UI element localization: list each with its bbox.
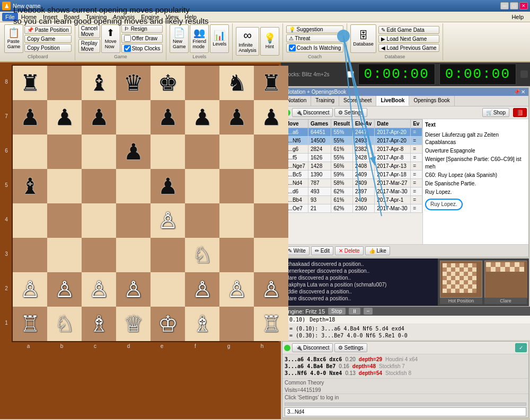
load-next-game-button[interactable]: ▶ Load Next Game xyxy=(378,35,439,43)
cell-1-6[interactable]: ♟ xyxy=(219,100,254,135)
cell-2-3[interactable]: ♟ xyxy=(116,135,151,169)
cell-1-3[interactable] xyxy=(116,100,151,135)
cell-7-3[interactable]: ♕ xyxy=(116,307,151,341)
menu-engine[interactable]: Engine xyxy=(138,13,162,21)
cell-0-5[interactable] xyxy=(185,66,219,100)
settings-button[interactable]: ⚙ Settings xyxy=(334,108,367,117)
cell-5-2[interactable] xyxy=(82,238,116,272)
cell-5-7[interactable] xyxy=(254,238,288,272)
cell-0-7[interactable]: ♜ xyxy=(254,66,288,100)
cell-3-2[interactable] xyxy=(82,169,116,203)
cell-7-1[interactable]: ♘ xyxy=(47,307,82,341)
edit-button[interactable]: ✏ Edit xyxy=(311,246,333,255)
menu-home[interactable]: Home xyxy=(18,13,40,21)
minimize-button[interactable]: ─ xyxy=(500,2,509,10)
cell-5-0[interactable] xyxy=(13,238,47,272)
cell-0-2[interactable]: ♝ xyxy=(82,66,116,100)
cell-3-6[interactable] xyxy=(219,169,254,203)
cell-3-0[interactable]: ♝ xyxy=(13,169,47,203)
load-prev-game-button[interactable]: ◀ Load Previous Game xyxy=(378,44,439,52)
tab-training[interactable]: Training xyxy=(311,96,339,106)
cell-0-6[interactable]: ♞ xyxy=(219,66,254,100)
lb-checkmark-button[interactable]: ✓ xyxy=(515,343,527,352)
cell-2-4[interactable] xyxy=(151,135,185,169)
cell-7-5[interactable]: ♗ xyxy=(185,307,219,341)
database-button[interactable]: 🗄 Database xyxy=(350,24,376,53)
cell-3-1[interactable] xyxy=(47,169,82,203)
menu-help-bar[interactable]: Help xyxy=(181,13,200,21)
cell-2-2[interactable] xyxy=(82,135,116,169)
cell-5-4[interactable] xyxy=(151,238,185,272)
disconnect-button[interactable]: 🔌 Disconnect xyxy=(292,108,333,117)
stop-clocks-button[interactable]: Stop Clocks xyxy=(121,44,163,53)
resign-button[interactable]: 🏳 Resign xyxy=(121,25,163,33)
cell-4-0[interactable] xyxy=(13,203,47,238)
openings-row[interactable]: 3...Oe72162%23602017-Mar-30= xyxy=(283,204,422,213)
threat-button[interactable]: ⚠ Threat xyxy=(286,34,344,42)
horizontal-scrollbar[interactable] xyxy=(285,403,526,406)
cell-4-7[interactable] xyxy=(254,203,288,238)
cell-3-7[interactable] xyxy=(254,169,288,203)
tab-livebook[interactable]: LiveBook xyxy=(376,96,409,106)
cell-6-5[interactable]: ♙ xyxy=(185,272,219,307)
engine-minus-button[interactable]: − xyxy=(364,308,373,315)
chess-board[interactable]: ♜♝♛♚♞♜♟♟♟♟♟♟♟♟♝♟♙♘♙♙♙♙♙♙♙♖♘♗♕♔♗♖ xyxy=(12,65,279,342)
cell-3-4[interactable]: ♟ xyxy=(151,169,185,203)
cell-5-1[interactable] xyxy=(47,238,82,272)
cell-3-3[interactable] xyxy=(116,169,151,203)
cell-0-1[interactable] xyxy=(47,66,82,100)
cell-6-1[interactable]: ♙ xyxy=(47,272,82,307)
cell-6-0[interactable]: ♙ xyxy=(13,272,47,307)
cell-1-1[interactable]: ♟ xyxy=(47,100,82,135)
engine-pause-button[interactable]: ⏸ xyxy=(349,308,360,315)
thumbnail-hot-img[interactable] xyxy=(440,261,482,298)
move-now-button[interactable]: ⬆ MoveNow xyxy=(101,24,120,53)
openings-row[interactable]: 3...f5162655%24282017-Apr-8= xyxy=(283,154,422,162)
menu-file[interactable]: File xyxy=(2,13,18,21)
cell-1-0[interactable]: ♟ xyxy=(13,100,47,135)
engine-stop-button[interactable]: Stop xyxy=(328,308,346,315)
infinite-analysis-button[interactable]: ∞ InfiniteAnalysis xyxy=(236,27,259,56)
tab-openingsbook[interactable]: Openings Book xyxy=(409,96,454,106)
cell-3-5[interactable] xyxy=(185,169,219,203)
cell-4-2[interactable] xyxy=(82,203,116,238)
cell-6-3[interactable]: ♙ xyxy=(116,272,151,307)
cell-2-5[interactable] xyxy=(185,135,219,169)
cell-6-2[interactable]: ♙ xyxy=(82,272,116,307)
cell-7-2[interactable]: ♗ xyxy=(82,307,116,341)
paste-game-button[interactable]: 📋 PasteGame xyxy=(4,24,23,53)
paste-position-button[interactable]: 📌 Paste Position xyxy=(24,26,72,34)
close-button[interactable]: ✕ xyxy=(519,2,528,10)
menu-insert[interactable]: Insert xyxy=(40,13,61,21)
cell-7-0[interactable]: ♖ xyxy=(13,307,47,341)
livebook-book-icon[interactable]: 📕 xyxy=(513,108,527,117)
thumbnail-clare-img[interactable] xyxy=(484,261,527,298)
menu-training[interactable]: Training xyxy=(83,13,110,21)
cell-6-6[interactable]: ♙ xyxy=(219,272,254,307)
cell-4-1[interactable] xyxy=(47,203,82,238)
tab-scoresheet[interactable]: Score sheet xyxy=(339,96,376,106)
move-input[interactable] xyxy=(285,407,526,416)
cell-6-7[interactable]: ♙ xyxy=(254,272,288,307)
edit-game-data-button[interactable]: ✎ Edit Game Data xyxy=(378,26,439,34)
lb-settings-button[interactable]: ⚙ Settings xyxy=(334,343,367,352)
cancel-move-button[interactable]: CancelMove xyxy=(78,24,100,38)
openings-row[interactable]: 3...Nf61450055%24932017-Apr-20= xyxy=(283,137,422,145)
cell-1-4[interactable]: ♟ xyxy=(151,100,185,135)
cell-1-5[interactable]: ♟ xyxy=(185,100,219,135)
cell-0-0[interactable]: ♜ xyxy=(13,66,47,100)
clock-left-checkbox[interactable] xyxy=(347,71,354,78)
cell-2-1[interactable] xyxy=(47,135,82,169)
openings-row[interactable]: 3...Bb49361%24092017-Apr-1= xyxy=(283,196,422,204)
delete-button[interactable]: ✕ Delete xyxy=(335,246,364,255)
friend-mode-button[interactable]: 👥 Friendmode xyxy=(190,24,209,53)
copy-game-button[interactable]: Copy Game xyxy=(24,35,72,43)
cell-2-7[interactable] xyxy=(254,135,288,169)
offer-draw-button[interactable]: Offer Draw xyxy=(121,34,163,43)
maximize-button[interactable]: □ xyxy=(510,2,518,10)
openings-row[interactable]: 3...g6282461%23822017-Apr-8= xyxy=(283,145,422,154)
panel-pin-icon[interactable]: 📌 xyxy=(514,89,520,95)
new-game-button[interactable]: 📄 NewGame xyxy=(170,24,189,53)
cell-2-0[interactable] xyxy=(13,135,47,169)
cell-4-4[interactable]: ♙ xyxy=(151,203,185,238)
